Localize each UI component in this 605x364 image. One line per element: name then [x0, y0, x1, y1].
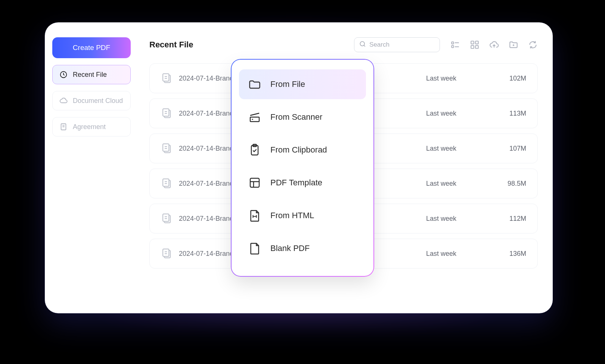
file-name: 2024-07-14-Branc — [179, 145, 233, 153]
menu-label: From File — [270, 79, 305, 89]
svg-rect-8 — [475, 46, 478, 48]
svg-rect-10 — [163, 74, 169, 81]
file-name: 2024-07-14-Branc — [179, 215, 233, 223]
file-name: 2024-07-14-Branc — [179, 110, 233, 117]
file-size: 113M — [493, 110, 526, 117]
header-row: Recent File — [149, 37, 538, 52]
file-date: Last week — [426, 145, 486, 153]
layout-icon — [248, 176, 261, 189]
sidebar-item-recent-file[interactable]: Recent File — [52, 65, 131, 84]
svg-rect-5 — [471, 41, 474, 44]
sidebar-item-document-cloud[interactable]: Document Cloud — [52, 91, 131, 110]
file-size: 98.5M — [493, 180, 526, 188]
menu-blank-pdf[interactable]: Blank PDF — [239, 233, 366, 263]
svg-rect-6 — [475, 41, 478, 44]
file-date: Last week — [426, 110, 486, 117]
file-size: 112M — [493, 215, 526, 223]
menu-from-clipboard[interactable]: From Clipborad — [239, 135, 366, 165]
menu-label: From Scanner — [270, 112, 322, 122]
svg-rect-24 — [250, 178, 259, 187]
folder-icon — [248, 78, 261, 91]
svg-rect-18 — [163, 214, 169, 222]
create-pdf-button[interactable]: Create PDF — [52, 37, 131, 58]
file-name: 2024-07-14-Branc — [179, 180, 233, 188]
clipboard-check-icon — [248, 143, 261, 157]
menu-pdf-template[interactable]: PDF Template — [239, 168, 366, 198]
create-pdf-menu: From File From Scanner From Clipborad PD… — [232, 60, 373, 276]
svg-rect-12 — [163, 109, 169, 116]
search-input[interactable] — [369, 41, 449, 48]
list-view-icon[interactable] — [450, 40, 460, 50]
sidebar-item-label: Recent File — [73, 71, 107, 79]
upload-cloud-icon[interactable] — [489, 40, 499, 50]
app-window: Create PDF Recent File Document Cloud Ag… — [45, 22, 553, 313]
search-box[interactable] — [354, 37, 440, 52]
clock-icon — [59, 70, 68, 79]
menu-label: PDF Template — [270, 178, 322, 188]
file-date: Last week — [426, 215, 486, 223]
new-folder-icon[interactable] — [509, 40, 518, 50]
html-file-icon — [248, 209, 261, 222]
blank-file-icon — [248, 242, 261, 255]
menu-label: Blank PDF — [270, 244, 310, 253]
svg-rect-21 — [250, 117, 259, 122]
sidebar: Create PDF Recent File Document Cloud Ag… — [45, 22, 138, 313]
file-size: 136M — [493, 250, 526, 258]
svg-rect-3 — [452, 42, 453, 44]
file-size: 107M — [493, 145, 526, 153]
file-icon — [161, 248, 172, 259]
grid-view-icon[interactable] — [470, 40, 480, 50]
file-icon — [161, 178, 172, 189]
svg-rect-4 — [452, 46, 453, 47]
svg-rect-16 — [163, 179, 169, 186]
svg-rect-20 — [163, 249, 169, 257]
menu-from-html[interactable]: From HTML — [239, 201, 366, 230]
menu-from-file[interactable]: From File — [239, 69, 366, 99]
search-icon — [359, 40, 366, 49]
menu-label: From HTML — [270, 211, 314, 220]
file-icon — [161, 213, 172, 224]
sidebar-item-label: Document Cloud — [73, 97, 123, 105]
cloud-icon — [59, 97, 68, 105]
file-size: 102M — [493, 75, 526, 82]
menu-from-scanner[interactable]: From Scanner — [239, 102, 366, 132]
file-date: Last week — [426, 250, 486, 258]
refresh-icon[interactable] — [528, 40, 538, 50]
file-date: Last week — [426, 180, 486, 188]
file-name: 2024-07-14-Branc — [179, 75, 233, 82]
page-title: Recent File — [149, 40, 193, 50]
menu-label: From Clipborad — [270, 145, 327, 155]
svg-rect-14 — [163, 144, 169, 151]
svg-point-2 — [360, 41, 364, 46]
toolbar-icons — [450, 40, 538, 50]
file-name: 2024-07-14-Branc — [179, 250, 233, 258]
file-icon — [161, 143, 172, 154]
svg-rect-7 — [471, 46, 474, 48]
file-date: Last week — [426, 75, 486, 82]
sidebar-item-agreement[interactable]: Agreement — [52, 117, 131, 136]
file-icon — [161, 73, 172, 84]
sidebar-item-label: Agreement — [73, 123, 106, 131]
scanner-icon — [248, 110, 261, 124]
file-icon — [161, 108, 172, 119]
document-icon — [59, 123, 68, 131]
header-tools — [354, 37, 538, 52]
